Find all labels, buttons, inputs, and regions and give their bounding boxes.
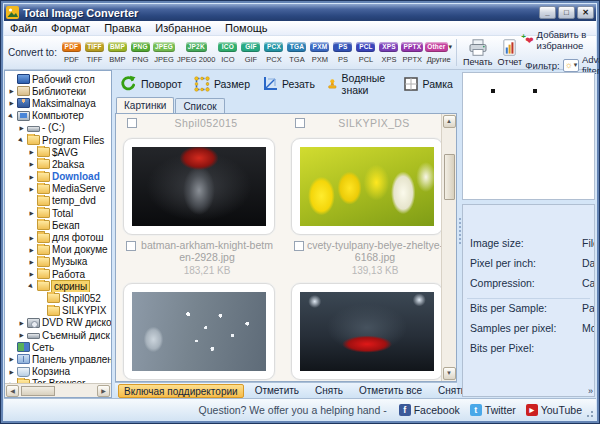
scroll-right-button[interactable]: ▶ <box>97 385 110 397</box>
format-pcx-button[interactable]: PCXPCX <box>263 42 284 64</box>
collapsed-arrow-icon[interactable]: ▶ <box>27 247 36 253</box>
tree-item[interactable]: SILKYPIX <box>5 305 111 317</box>
watermark-button[interactable]: Водяные знаки <box>325 70 398 98</box>
menu-item[interactable]: Правка <box>104 22 141 34</box>
crop-button[interactable]: Резать <box>260 74 322 94</box>
tab-Картинки[interactable]: Картинки <box>116 97 174 113</box>
selection-button[interactable]: Отметить все <box>354 384 427 398</box>
youtube-link[interactable]: ▶YouTube <box>526 404 582 416</box>
facebook-link[interactable]: fFacebook <box>399 404 460 416</box>
format-tga-button[interactable]: TGATGA <box>286 42 307 64</box>
format-pxm-button[interactable]: PXMPXM <box>309 42 330 64</box>
collapsed-arrow-icon[interactable]: ▶ <box>17 320 26 326</box>
collapsed-arrow-icon[interactable]: ▶ <box>7 369 16 375</box>
expanded-arrow-icon[interactable]: ▶ <box>26 281 37 292</box>
tree-item[interactable]: temp_dvd <box>5 195 111 207</box>
collapsed-arrow-icon[interactable]: ▶ <box>27 210 36 216</box>
close-button[interactable]: ✕ <box>577 6 594 19</box>
format-bmp-button[interactable]: BMPBMP <box>107 42 128 64</box>
format-pdf-button[interactable]: PDFPDF <box>61 42 82 64</box>
collapsed-arrow-icon[interactable]: ▶ <box>27 186 36 192</box>
format-gif-button[interactable]: GIFGIF <box>240 42 261 64</box>
tree-item[interactable]: Бекап <box>5 219 111 231</box>
menu-item[interactable]: Файл <box>10 22 37 34</box>
tree-item[interactable]: ▶2baksa <box>5 158 111 170</box>
maximize-button[interactable]: □ <box>558 6 575 19</box>
collapsed-arrow-icon[interactable]: ▶ <box>27 259 36 265</box>
menu-item[interactable]: Помощь <box>225 22 268 34</box>
image-card[interactable]: cvety-tyulpany-belye-zheltye-6168.jpg139… <box>291 138 441 276</box>
scroll-up-button[interactable]: ▲ <box>443 115 456 128</box>
tree-item[interactable]: ▶Мои докуме <box>5 244 111 256</box>
tree-item[interactable]: Рабочий стол <box>5 73 111 85</box>
scroll-down-button[interactable]: ▼ <box>443 367 456 380</box>
format-pcl-button[interactable]: PCLPCL <box>355 42 376 64</box>
tree-item[interactable]: ▶Program Files <box>5 134 111 146</box>
format-pptx-button[interactable]: PPTXPPTX <box>401 42 423 64</box>
image-checkbox[interactable] <box>294 241 304 251</box>
format-ico-button[interactable]: ICOICO <box>217 42 238 64</box>
chevron-down-icon[interactable]: ▾ <box>449 43 453 51</box>
format-jpeg-button[interactable]: JPEGJPEG <box>153 42 175 64</box>
tree-item[interactable]: ▶Download <box>5 171 111 183</box>
image-checkbox[interactable] <box>126 241 136 251</box>
tree-item[interactable]: ▶Панель управлен <box>5 353 111 365</box>
subfolder-item[interactable]: SILKYPIX_DS <box>291 117 441 133</box>
format-png-button[interactable]: PNGPNG <box>130 42 151 64</box>
minimize-button[interactable]: _ <box>539 6 556 19</box>
image-card[interactable]: devushka-babochki-les <box>123 283 275 381</box>
image-card[interactable]: ferrari-f12-berlinetta-re <box>291 283 441 381</box>
scrollbar-thumb[interactable] <box>21 386 55 396</box>
folder-checkbox[interactable] <box>127 118 137 128</box>
resize-button[interactable]: Размер <box>192 74 257 94</box>
print-button[interactable]: Печать <box>461 39 494 67</box>
tree-item[interactable]: ▶Съемный диск <box>5 329 111 341</box>
collapsed-arrow-icon[interactable]: ▶ <box>27 271 36 277</box>
format-tiff-button[interactable]: TIFFTIFF <box>84 42 105 64</box>
title-bar[interactable]: Total Image Converter _□✕ <box>4 4 596 21</box>
collapsed-arrow-icon[interactable]: ▶ <box>7 356 16 362</box>
tree-item[interactable]: ▶$AVG <box>5 146 111 158</box>
tree-item[interactable]: ▶Total <box>5 207 111 219</box>
tree-item[interactable]: ▶DVD RW диско <box>5 317 111 329</box>
format-xps-button[interactable]: XPSXPS <box>378 42 399 64</box>
collapsed-arrow-icon[interactable]: ▶ <box>27 174 36 180</box>
frame-button[interactable]: Рамка <box>401 74 460 94</box>
tab-Список[interactable]: Список <box>175 98 224 113</box>
collapsed-arrow-icon[interactable]: ▶ <box>17 332 26 338</box>
gallery-vertical-scrollbar[interactable]: ▲ ▼ <box>441 114 456 381</box>
resize-grip-icon[interactable] <box>583 407 594 418</box>
tree-item[interactable]: ▶Компьютер <box>5 110 111 122</box>
subfolder-item[interactable]: Shpil052015 <box>123 117 275 133</box>
expanded-arrow-icon[interactable]: ▶ <box>6 110 17 121</box>
tree-item[interactable]: ▶Maksimalnaya <box>5 97 111 109</box>
tree-item[interactable]: ▶Корзина <box>5 366 111 378</box>
tree-item[interactable]: Сеть <box>5 341 111 353</box>
tree-item[interactable]: ▶для фотош <box>5 231 111 243</box>
tree-item[interactable]: ▶Музыка <box>5 256 111 268</box>
format-other-button[interactable]: Other▾Другие <box>425 42 452 64</box>
tree-item[interactable]: ▶MediaServe <box>5 183 111 195</box>
selection-button[interactable]: Снять <box>310 384 348 398</box>
scrollbar-thumb[interactable] <box>444 154 455 200</box>
rotate-button[interactable]: Поворот <box>118 73 189 94</box>
collapsed-arrow-icon[interactable]: ▶ <box>27 149 36 155</box>
format-ps-button[interactable]: PSPS <box>332 42 353 64</box>
selection-button[interactable]: Включая поддиректории <box>118 384 244 398</box>
selection-button[interactable]: Отметить <box>250 384 304 398</box>
folder-checkbox[interactable] <box>295 118 305 128</box>
collapsed-arrow-icon[interactable]: ▶ <box>27 161 36 167</box>
twitter-link[interactable]: tTwitter <box>470 404 516 416</box>
collapsed-arrow-icon[interactable]: ▶ <box>7 88 16 94</box>
tree-item[interactable]: ▶Библиотеки <box>5 85 111 97</box>
tree-item[interactable]: ▶скрины <box>5 280 111 292</box>
collapsed-arrow-icon[interactable]: ▶ <box>7 100 16 106</box>
scroll-left-button[interactable]: ◀ <box>6 385 19 397</box>
selection-handle[interactable] <box>491 89 495 93</box>
tree-item[interactable]: ▶- (C:) <box>5 122 111 134</box>
format-jp2k-button[interactable]: JP2KJPEG 2000 <box>177 42 215 64</box>
tree-item[interactable]: Shpil052 <box>5 292 111 304</box>
image-card[interactable]: batman-arkham-knight-betmen-2928.jpg183,… <box>123 138 275 276</box>
tree-item[interactable]: ▶Работа <box>5 268 111 280</box>
expanded-arrow-icon[interactable]: ▶ <box>16 135 27 146</box>
